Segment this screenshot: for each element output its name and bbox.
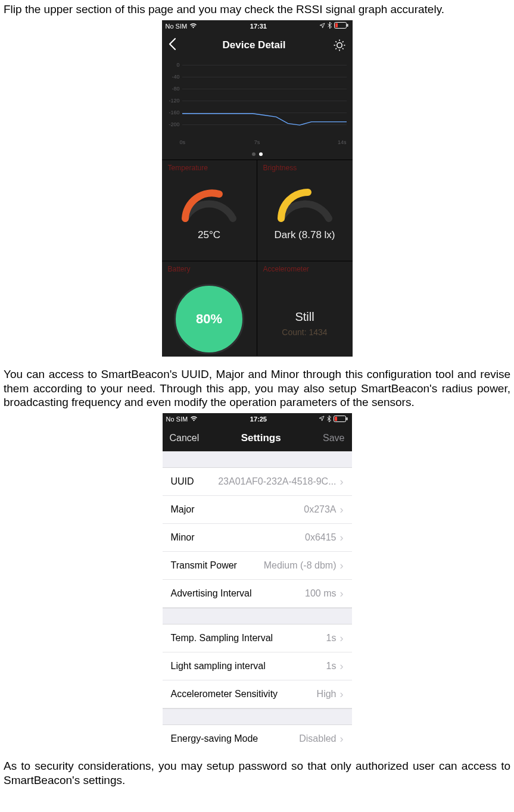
battery-low-icon (334, 22, 348, 30)
cell-value: 23A01AF0-232A-4518-9C... (218, 476, 336, 487)
wifi-icon (189, 23, 197, 30)
row-temp-sampling[interactable]: Temp. Sampling Interval 1s › (163, 624, 352, 652)
x-tick: 0s (180, 139, 186, 145)
battery-gauge: 80% (174, 284, 244, 354)
cell-label: Minor (171, 532, 195, 543)
row-energy-saving[interactable]: Energy-saving Mode Disabled › (163, 725, 352, 748)
bluetooth-icon (327, 416, 331, 423)
tile-label: Battery (162, 265, 257, 273)
cell-label: Energy-saving Mode (171, 733, 258, 744)
row-advertising-interval[interactable]: Advertising Interval 100 ms › (163, 580, 352, 608)
svg-rect-2 (335, 23, 338, 27)
tile-accelerometer[interactable]: Accelerometer Still Count: 1434 (257, 261, 353, 356)
accelerometer-count: Count: 1434 (282, 327, 327, 337)
cancel-button[interactable]: Cancel (170, 433, 200, 444)
y-tick: -120 (162, 98, 180, 104)
location-icon (319, 23, 325, 30)
cell-value: 1s (326, 661, 337, 672)
row-uuid[interactable]: UUID 23A01AF0-232A-4518-9C... › (163, 468, 352, 496)
cell-label: Major (171, 504, 195, 515)
chevron-right-icon: › (340, 532, 344, 543)
nav-bar: Cancel Settings Save (163, 425, 352, 451)
cell-value: Disabled (299, 733, 336, 744)
cell-label: UUID (171, 476, 194, 487)
doc-para-3: As to security considerations, you may s… (4, 759, 510, 788)
screenshot-settings: No SIM 17:25 (163, 413, 352, 748)
tile-temperature[interactable]: Temperature 25°C (162, 160, 257, 261)
status-bar: No SIM 17:31 (162, 20, 353, 32)
cell-value: 1s (326, 633, 337, 644)
chevron-right-icon: › (340, 633, 344, 644)
chevron-right-icon: › (340, 504, 344, 515)
nav-bar: Device Detail (162, 32, 353, 58)
screenshot-device-detail: No SIM 17:31 (162, 20, 353, 357)
svg-rect-6 (335, 417, 337, 421)
carrier-text: No SIM (166, 23, 188, 30)
tile-battery[interactable]: Battery 80% (162, 261, 257, 356)
rssi-chart[interactable]: 0 -40 -80 -120 -160 -200 0s 7s 14s (162, 58, 353, 151)
y-tick: 0 (162, 62, 180, 68)
cell-label: Accelerometer Sensitivity (171, 689, 278, 699)
clock-text: 17:25 (250, 416, 267, 423)
cell-label: Advertising Interval (171, 588, 252, 599)
tile-brightness[interactable]: Brightness Dark (8.78 lx) (257, 160, 353, 261)
chevron-right-icon: › (340, 733, 344, 744)
y-tick: -160 (162, 110, 180, 115)
battery-value: 80% (196, 311, 222, 327)
clock-text: 17:31 (250, 23, 267, 30)
carrier-text: No SIM (166, 416, 188, 423)
chevron-right-icon: › (340, 476, 344, 487)
cell-label: Transmit Power (171, 560, 237, 571)
tile-label: Brightness (257, 164, 353, 172)
cell-value: 100 ms (305, 588, 336, 599)
nav-title: Device Detail (223, 39, 286, 51)
tile-label: Accelerometer (257, 265, 353, 273)
back-button[interactable] (168, 38, 176, 53)
status-bar: No SIM 17:25 (163, 413, 352, 425)
svg-point-3 (337, 43, 341, 48)
row-light-sampling[interactable]: Light sampling interval 1s › (163, 652, 352, 680)
x-tick: 14s (338, 139, 347, 145)
chevron-right-icon: › (340, 689, 344, 699)
cell-label: Temp. Sampling Interval (171, 633, 273, 644)
y-tick: -40 (162, 74, 180, 80)
y-tick: -80 (162, 86, 180, 92)
doc-para-1: Flip the upper section of this page and … (4, 2, 510, 17)
cell-value: 0x273A (304, 504, 336, 515)
wifi-icon (190, 416, 198, 423)
gauge-brightness-icon (272, 177, 338, 224)
location-icon (319, 416, 325, 423)
brightness-value: Dark (8.78 lx) (274, 229, 335, 241)
cell-value: 0x6415 (305, 532, 337, 543)
row-minor[interactable]: Minor 0x6415 › (163, 524, 352, 552)
chevron-right-icon: › (340, 588, 344, 599)
row-transmit-power[interactable]: Transmit Power Medium (-8 dbm) › (163, 552, 352, 580)
cell-value: High (317, 689, 337, 699)
gauge-temperature-icon (176, 177, 242, 224)
nav-title: Settings (241, 432, 281, 444)
cell-label: Light sampling interval (171, 661, 266, 672)
bluetooth-icon (328, 22, 332, 30)
doc-para-2: You can access to SmartBeacon's UUID, Ma… (4, 367, 510, 410)
temperature-value: 25°C (198, 229, 220, 241)
chevron-right-icon: › (340, 560, 344, 571)
row-accel-sensitivity[interactable]: Accelerometer Sensitivity High › (163, 680, 352, 708)
settings-gear-icon[interactable] (332, 38, 347, 52)
save-button[interactable]: Save (323, 433, 344, 444)
chevron-right-icon: › (340, 661, 344, 672)
svg-rect-1 (347, 24, 348, 27)
svg-rect-5 (347, 417, 348, 420)
cell-value: Medium (-8 dbm) (264, 560, 337, 571)
accelerometer-value: Still (295, 310, 314, 324)
y-tick: -200 (162, 121, 180, 127)
tile-label: Temperature (162, 164, 257, 172)
x-tick: 7s (254, 139, 260, 145)
row-major[interactable]: Major 0x273A › (163, 496, 352, 524)
battery-low-icon (334, 416, 348, 423)
